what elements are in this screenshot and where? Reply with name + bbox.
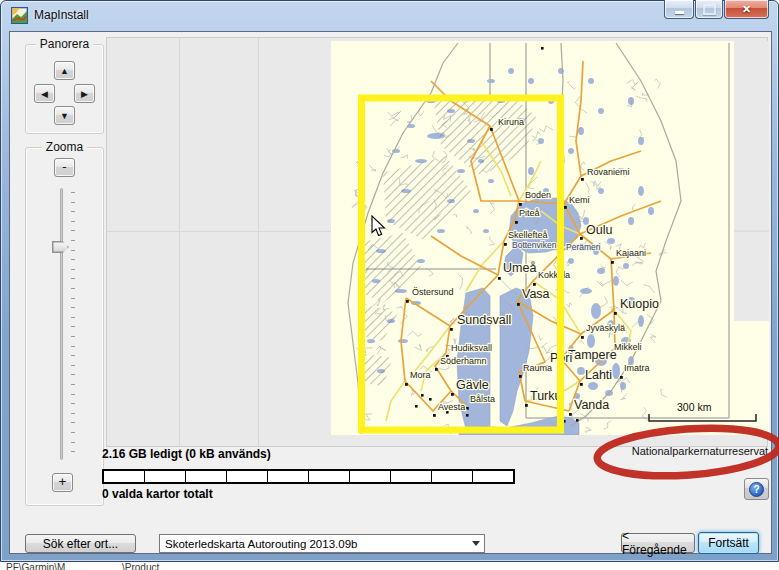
zoom-slider-ticks	[71, 192, 75, 454]
help-icon: ?	[749, 482, 764, 497]
map-city-label: Kokkola	[538, 270, 570, 280]
progress-cell	[432, 471, 473, 482]
close-icon: ✕	[742, 1, 751, 18]
background-text-fragment: PF\Garmin\M	[6, 562, 65, 570]
city-dot	[498, 277, 501, 280]
map-city-label: Jyväskylä	[586, 323, 625, 333]
map-city-label: Hudiksvall	[451, 343, 492, 353]
dialog-body: Panorera ▲ ◀ ▶ ▼ Zooma - +	[9, 31, 772, 554]
city-dot	[504, 243, 507, 246]
map-city-label: Kuopio	[620, 297, 659, 311]
progress-cell	[268, 471, 309, 482]
map-city-label: Kemi	[569, 195, 590, 205]
map-city-label: Imatra	[624, 363, 650, 373]
arrow-up-icon: ▲	[60, 67, 69, 76]
city-dot	[525, 404, 528, 407]
map-city-label: Boden	[525, 190, 551, 200]
city-dot	[435, 368, 438, 371]
pan-left-button[interactable]: ◀	[34, 84, 55, 103]
progress-cell	[309, 471, 350, 482]
map-city-label: Vanda	[574, 398, 609, 412]
city-dot	[466, 407, 469, 410]
zoom-slider-track[interactable]	[60, 188, 63, 460]
city-dot	[406, 300, 409, 303]
chevron-down-icon	[472, 541, 480, 546]
arrow-down-icon: ▼	[60, 112, 69, 121]
pan-down-button[interactable]: ▼	[54, 106, 75, 125]
city-dot	[580, 383, 583, 386]
progress-cell	[227, 471, 268, 482]
city-dot	[581, 336, 584, 339]
map-city-label: Oulu	[586, 223, 612, 237]
sea-label: Bottenviken	[512, 240, 557, 250]
map-canvas[interactable]: BottenvikenPerämeriKirunaRovaniemiBodenK…	[331, 41, 769, 435]
map-city-label: Mikkeli	[614, 342, 642, 352]
minimize-button[interactable]	[664, 0, 694, 19]
map-city-label: Kiruna	[498, 117, 524, 127]
city-dot	[519, 375, 522, 378]
map-city-label: Lahti	[585, 368, 612, 382]
mapinstall-window: MapInstall ✕ Panorera ▲ ◀ ▶ ▼ Zooma - +	[0, 0, 779, 562]
map-city-label: Söderhamn	[440, 356, 487, 366]
scale-label: 300 km	[677, 401, 712, 413]
map-tile-name-label: Nationalparkernaturreservat	[624, 445, 776, 457]
app-icon	[11, 7, 28, 24]
city-dot	[611, 261, 614, 264]
progress-cell	[104, 471, 145, 482]
map-city-label: Tampere	[568, 348, 617, 362]
zoom-group-label: Zooma	[26, 140, 103, 154]
back-button[interactable]: < Föregående	[621, 533, 695, 553]
capacity-progress-bar	[102, 469, 515, 484]
zoom-out-button[interactable]: -	[54, 158, 75, 177]
progress-cell	[350, 471, 391, 482]
map-city-label: Avesta	[438, 402, 465, 412]
map-city-label: Rauma	[523, 363, 552, 373]
map-viewport[interactable]: BottenvikenPerämeriKirunaRovaniemiBodenK…	[106, 37, 768, 447]
city-dot	[519, 203, 522, 206]
background-window-strip: PF\Garmin\M \Product	[0, 562, 779, 570]
free-space-label: 2.16 GB ledigt (0 kB används)	[102, 447, 271, 461]
city-dot	[515, 221, 518, 224]
background-text-fragment: \Product	[122, 562, 159, 570]
progress-cell	[473, 471, 513, 482]
city-dot	[450, 328, 453, 331]
city-dot	[533, 283, 536, 286]
map-city-label: Skellefteå	[508, 230, 548, 240]
search-place-button[interactable]: Sök efter ort...	[25, 534, 136, 553]
window-title: MapInstall	[34, 8, 89, 22]
canvas-gridline	[258, 38, 259, 446]
zoom-slider-thumb[interactable]	[52, 241, 69, 253]
pan-up-button[interactable]: ▲	[54, 61, 75, 80]
maximize-icon	[703, 4, 716, 15]
dropdown-arrow-zone[interactable]	[467, 535, 484, 552]
map-city-label: Vasa	[522, 287, 550, 301]
map-city-label: Turku	[530, 389, 562, 403]
maximize-button[interactable]	[695, 0, 723, 19]
map-city-label: Umeå	[503, 261, 536, 275]
city-dot	[614, 312, 617, 315]
close-button[interactable]: ✕	[724, 0, 769, 19]
titlebar[interactable]: MapInstall ✕	[1, 1, 778, 31]
minimize-icon	[675, 11, 684, 14]
pan-group-label: Panorera	[26, 37, 103, 51]
sea-label: Perämeri	[566, 242, 601, 252]
map-city-label: Bålsta	[470, 394, 495, 404]
help-button[interactable]: ?	[744, 478, 769, 500]
map-city-label: Kajaani	[616, 248, 646, 258]
city-dot	[517, 303, 520, 306]
map-product-dropdown[interactable]: Skoterledskarta Autorouting 2013.09b	[159, 534, 485, 553]
arrow-right-icon: ▶	[81, 90, 88, 99]
city-dot	[620, 376, 623, 379]
map-product-selected: Skoterledskarta Autorouting 2013.09b	[160, 538, 467, 550]
city-dot	[451, 393, 454, 396]
continue-button[interactable]: Fortsätt	[698, 532, 759, 554]
pan-right-button[interactable]: ▶	[74, 84, 95, 103]
map-city-label: Sundsvall	[457, 313, 511, 327]
zoom-in-button[interactable]: +	[52, 473, 73, 492]
arrow-left-icon: ◀	[41, 90, 48, 99]
city-dot	[569, 413, 572, 416]
progress-cell	[391, 471, 432, 482]
map-city-label: Östersund	[412, 287, 454, 297]
map-city-label: Piteå	[519, 208, 540, 218]
city-dot	[405, 383, 408, 386]
